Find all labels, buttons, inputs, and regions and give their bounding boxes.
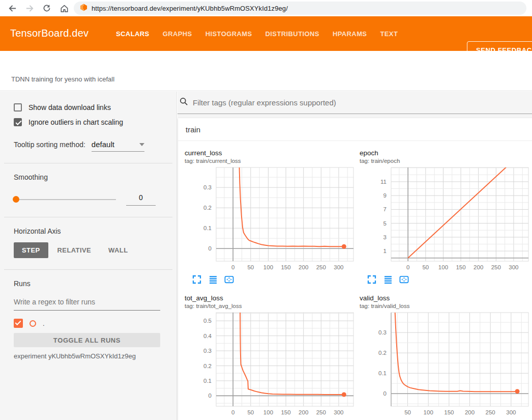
- nav-tabs: SCALARSGRAPHSHISTOGRAMSDISTRIBUTIONSHPAR…: [116, 16, 398, 51]
- svg-text:100: 100: [424, 409, 433, 415]
- fit-domain-icon[interactable]: [224, 275, 234, 285]
- charts-grid: current_loss tag: train/current_loss 050…: [178, 141, 532, 420]
- experiment-description-strip: TDNN training for yesno with icefall: [0, 51, 532, 91]
- svg-text:100: 100: [263, 264, 273, 270]
- fullscreen-icon[interactable]: [367, 275, 376, 285]
- tag-filter-row[interactable]: Filter tags (regular expressions support…: [178, 92, 532, 114]
- tab-hparams[interactable]: HPARAMS: [333, 30, 367, 38]
- scalar-chart-card: current_loss tag: train/current_loss 050…: [183, 146, 355, 285]
- svg-text:150: 150: [281, 409, 290, 415]
- svg-text:300: 300: [334, 264, 343, 270]
- search-icon: [180, 97, 188, 108]
- chart-tag: tag: train/tot_avg_loss: [185, 303, 355, 309]
- experiment-description: TDNN training for yesno with icefall: [11, 75, 114, 83]
- svg-text:0.2: 0.2: [203, 205, 212, 211]
- run-color-swatch-icon: [29, 320, 36, 327]
- chart-toolbar: [192, 274, 355, 285]
- chart-title: epoch: [360, 149, 530, 157]
- home-icon[interactable]: [59, 3, 69, 13]
- show-download-links-label: Show data download links: [28, 103, 111, 111]
- ignore-outliers-checkbox[interactable]: [14, 118, 22, 126]
- scalar-line-chart[interactable]: 05010015020025030000.10.20.3: [185, 166, 356, 273]
- axis-relative-button[interactable]: RELATIVE: [49, 242, 100, 258]
- axis-step-button[interactable]: STEP: [14, 242, 48, 258]
- svg-text:250: 250: [316, 409, 326, 415]
- svg-text:100: 100: [438, 264, 448, 270]
- run-selector-icon[interactable]: [383, 275, 393, 285]
- tab-text[interactable]: TEXT: [380, 30, 398, 38]
- svg-text:200: 200: [465, 409, 475, 415]
- tooltip-sorting-select[interactable]: default: [92, 140, 144, 152]
- tab-graphs[interactable]: GRAPHS: [163, 30, 192, 38]
- show-download-links-row[interactable]: Show data download links: [14, 103, 163, 112]
- url-text: https://tensorboard.dev/experiment/yKUbh…: [92, 5, 288, 12]
- smoothing-slider[interactable]: [14, 199, 116, 200]
- axis-wall-button[interactable]: WALL: [100, 242, 136, 258]
- scalar-chart-card: epoch tag: train/epoch 05010015020025030…: [358, 146, 530, 285]
- address-bar[interactable]: https://tensorboard.dev/experiment/yKUbh…: [74, 2, 526, 15]
- ignore-outliers-row[interactable]: Ignore outliers in chart scaling: [14, 118, 163, 127]
- svg-text:0.3: 0.3: [203, 184, 212, 190]
- runs-label: Runs: [14, 279, 163, 288]
- reload-icon[interactable]: [42, 3, 52, 13]
- ignore-outliers-label: Ignore outliers in chart scaling: [28, 118, 123, 126]
- toggle-all-runs-button[interactable]: TOGGLE ALL RUNS: [14, 333, 160, 347]
- svg-text:0: 0: [231, 264, 234, 270]
- svg-text:100: 100: [263, 409, 273, 415]
- fit-domain-icon[interactable]: [399, 275, 409, 285]
- show-download-links-checkbox[interactable]: [14, 103, 22, 111]
- browser-toolbar: https://tensorboard.dev/experiment/yKUbh…: [0, 0, 532, 16]
- svg-text:0.5: 0.5: [203, 318, 212, 324]
- chart-tag: tag: train/epoch: [360, 158, 530, 164]
- back-icon[interactable]: [7, 3, 17, 13]
- horizontal-axis-buttons: STEP RELATIVE WALL: [14, 242, 163, 258]
- svg-text:50: 50: [422, 264, 429, 270]
- svg-text:0.1: 0.1: [203, 378, 212, 384]
- tooltip-sorting-value: default: [92, 140, 114, 149]
- run-selector-icon[interactable]: [208, 275, 218, 285]
- svg-text:50: 50: [247, 409, 254, 415]
- chart-toolbar: [367, 274, 530, 285]
- svg-text:0.3: 0.3: [378, 329, 387, 335]
- svg-text:11: 11: [380, 179, 387, 185]
- brand-title: TensorBoard.dev: [10, 27, 88, 39]
- svg-text:200: 200: [474, 264, 483, 270]
- chart-title: tot_avg_loss: [185, 294, 355, 302]
- run-name: .: [43, 320, 45, 327]
- svg-text:50: 50: [404, 409, 411, 415]
- run-checkbox[interactable]: [14, 319, 23, 328]
- scalar-line-chart[interactable]: 05010015020025030000.10.20.30.40.5: [185, 311, 356, 418]
- chart-title: current_loss: [185, 149, 355, 157]
- runs-filter-input[interactable]: [14, 295, 160, 311]
- fullscreen-icon[interactable]: [192, 275, 201, 285]
- svg-text:0.3: 0.3: [203, 348, 212, 354]
- svg-text:300: 300: [509, 264, 518, 270]
- svg-text:0.1: 0.1: [378, 370, 387, 376]
- chart-tag: tag: train/current_loss: [185, 158, 355, 164]
- svg-text:250: 250: [486, 409, 495, 415]
- svg-text:0: 0: [231, 409, 234, 415]
- forward-icon[interactable]: [24, 3, 35, 13]
- chart-title: valid_loss: [360, 294, 530, 302]
- scalar-line-chart[interactable]: 5010015020025030000.10.20.3: [360, 311, 530, 418]
- smoothing-value-field[interactable]: 0: [126, 193, 156, 206]
- tab-scalars[interactable]: SCALARS: [116, 30, 150, 38]
- svg-text:250: 250: [491, 264, 501, 270]
- section-title[interactable]: train: [178, 118, 532, 141]
- run-row[interactable]: .: [14, 319, 163, 328]
- scalars-dashboard: Filter tags (regular expressions support…: [178, 92, 532, 420]
- svg-text:3: 3: [383, 234, 387, 240]
- smoothing-label: Smoothing: [14, 173, 163, 181]
- scalar-line-chart[interactable]: 0501001502002503001357911: [360, 166, 530, 273]
- tab-histograms[interactable]: HISTOGRAMS: [205, 30, 252, 38]
- tooltip-sorting-label: Tooltip sorting method:: [14, 141, 85, 149]
- svg-text:0: 0: [383, 390, 387, 397]
- scalar-chart-card: tot_avg_loss tag: train/tot_avg_loss 050…: [183, 291, 355, 420]
- smoothing-slider-thumb[interactable]: [13, 196, 19, 203]
- svg-text:0.2: 0.2: [203, 363, 212, 369]
- train-section-card: train current_loss tag: train/current_lo…: [178, 118, 532, 420]
- tab-distributions[interactable]: DISTRIBUTIONS: [265, 30, 319, 38]
- smoothing-slider-row: 0: [14, 193, 163, 206]
- tensorboard-favicon: [80, 4, 87, 13]
- svg-text:9: 9: [383, 192, 387, 199]
